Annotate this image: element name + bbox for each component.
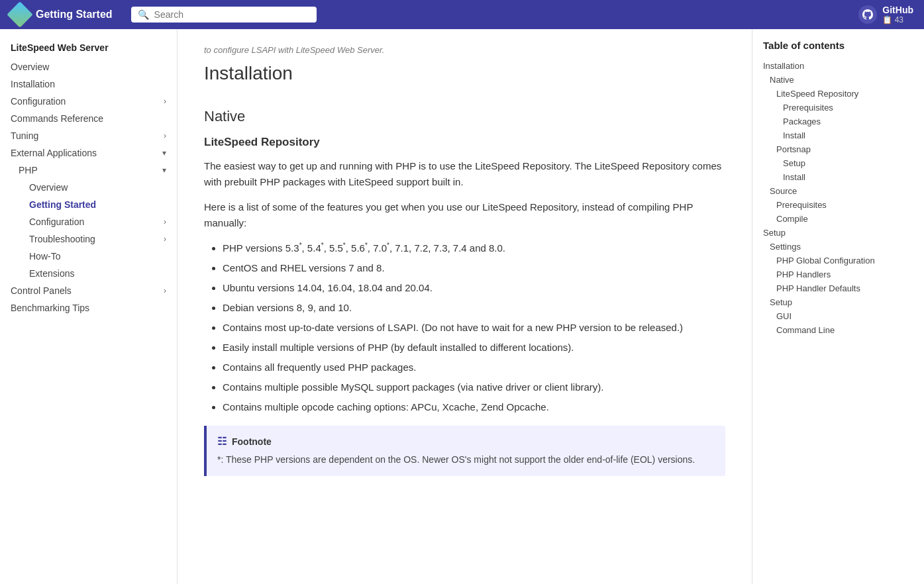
list-item: Ubuntu versions 14.04, 16.04, 18.04 and … — [223, 280, 725, 296]
logo-area: Getting Started — [11, 5, 113, 24]
list-item: Contains multiple possible MySQL support… — [223, 379, 725, 395]
sidebar-item-label: Extensions — [29, 268, 74, 279]
toc-item-install[interactable]: Install — [763, 170, 913, 184]
sidebar-item-control-panels[interactable]: Control Panels› — [0, 282, 177, 299]
toc-item-setup[interactable]: Setup — [763, 226, 913, 240]
sidebar-item-label: Configuration — [29, 217, 84, 227]
list-item: Contains multiple opcode caching options… — [223, 399, 725, 415]
sidebar-item-label: PHP — [19, 165, 38, 175]
app-title: Getting Started — [36, 9, 113, 21]
github-count: 📋 43 — [882, 15, 913, 24]
sidebar-item-label: Overview — [29, 182, 68, 193]
feature-list: PHP versions 5.3*, 5.4*, 5.5*, 5.6*, 7.0… — [204, 240, 725, 415]
github-logo-icon — [858, 5, 877, 24]
toc-item-source[interactable]: Source — [763, 184, 913, 198]
sidebar-item-label: Tuning — [11, 130, 38, 141]
layout: LiteSpeed Web Server OverviewInstallatio… — [0, 29, 924, 584]
page-title: Installation — [204, 63, 725, 92]
footnote-title: ☷ Footnote — [217, 435, 715, 448]
sidebar-item-label: Troubleshooting — [29, 234, 95, 244]
toc-item-packages[interactable]: Packages — [763, 115, 913, 128]
toc-item-prerequisites[interactable]: Prerequisites — [763, 198, 913, 212]
github-area[interactable]: GitHub 📋 43 — [858, 5, 913, 24]
sidebar-item-label: Control Panels — [11, 285, 72, 296]
sidebar: LiteSpeed Web Server OverviewInstallatio… — [0, 29, 178, 584]
toc-item-setup[interactable]: Setup — [763, 295, 913, 309]
toc-item-portsnap[interactable]: Portsnap — [763, 142, 913, 156]
subsection-litespeed: LiteSpeed Repository — [204, 136, 725, 149]
toc-item-command-line[interactable]: Command Line — [763, 323, 913, 337]
sidebar-item-getting-started[interactable]: Getting Started — [0, 196, 177, 213]
search-input[interactable] — [154, 9, 310, 20]
table-of-contents: Table of contents InstallationNativeLite… — [752, 29, 924, 584]
toc-item-php-handlers[interactable]: PHP Handlers — [763, 268, 913, 281]
sidebar-item-label: Getting Started — [29, 199, 96, 210]
chevron-icon: › — [164, 97, 166, 106]
sidebar-item-commands-reference[interactable]: Commands Reference — [0, 110, 177, 127]
list-item: PHP versions 5.3*, 5.4*, 5.5*, 5.6*, 7.0… — [223, 240, 725, 256]
toc-item-setup[interactable]: Setup — [763, 156, 913, 170]
para2: Here is a list of some of the features y… — [204, 199, 725, 231]
toc-item-settings[interactable]: Settings — [763, 240, 913, 254]
sidebar-item-label: External Applications — [11, 148, 97, 158]
toc-items-container: InstallationNativeLiteSpeed RepositoryPr… — [763, 59, 913, 337]
sidebar-item-overview[interactable]: Overview — [0, 58, 177, 75]
sidebar-item-label: Commands Reference — [11, 113, 103, 124]
chevron-icon: ▾ — [162, 166, 166, 175]
toc-item-litespeed-repository[interactable]: LiteSpeed Repository — [763, 87, 913, 101]
main-content: to configure LSAPI with LiteSpeed Web Se… — [178, 29, 752, 584]
toc-item-prerequisites[interactable]: Prerequisites — [763, 101, 913, 115]
para1: The easiest way to get up and running wi… — [204, 158, 725, 190]
sidebar-item-how-to[interactable]: How-To — [0, 248, 177, 265]
sidebar-item-installation[interactable]: Installation — [0, 75, 177, 93]
toc-item-native[interactable]: Native — [763, 73, 913, 87]
toc-item-installation[interactable]: Installation — [763, 59, 913, 73]
chevron-icon: › — [164, 234, 166, 244]
sidebar-item-overview[interactable]: Overview — [0, 179, 177, 196]
sidebar-item-benchmarking-tips[interactable]: Benchmarking Tips — [0, 299, 177, 316]
sidebar-item-configuration[interactable]: Configuration› — [0, 213, 177, 230]
list-item: CentOS and RHEL versions 7 and 8. — [223, 260, 725, 276]
list-item: Contains most up-to-date versions of LSA… — [223, 320, 725, 336]
chevron-icon: › — [164, 131, 166, 140]
toc-item-php-global-configuration[interactable]: PHP Global Configuration — [763, 254, 913, 268]
footnote-text: *: These PHP versions are dependent on t… — [217, 453, 715, 467]
sidebar-item-troubleshooting[interactable]: Troubleshooting› — [0, 230, 177, 248]
toc-item-gui[interactable]: GUI — [763, 309, 913, 323]
logo-icon — [7, 1, 33, 28]
sidebar-item-label: How-To — [29, 251, 60, 262]
search-bar[interactable]: 🔍 — [131, 7, 317, 23]
header: Getting Started 🔍 GitHub 📋 43 — [0, 0, 924, 29]
sidebar-item-label: Overview — [11, 62, 49, 72]
sidebar-items-container: OverviewInstallationConfiguration›Comman… — [0, 58, 177, 316]
scroll-hint: to configure LSAPI with LiteSpeed Web Se… — [204, 45, 725, 55]
sidebar-item-label: Configuration — [11, 96, 66, 107]
chevron-icon: › — [164, 286, 166, 295]
chevron-icon: ▾ — [162, 148, 166, 158]
sidebar-item-configuration[interactable]: Configuration› — [0, 93, 177, 110]
footnote-box: ☷ Footnote *: These PHP versions are dep… — [204, 426, 725, 476]
footnote-icon: ☷ — [217, 435, 227, 448]
github-info: GitHub 📋 43 — [882, 5, 913, 24]
section-native: Native — [204, 108, 725, 125]
search-icon: 🔍 — [138, 9, 149, 20]
sidebar-item-label: Benchmarking Tips — [11, 303, 89, 313]
sidebar-item-extensions[interactable]: Extensions — [0, 265, 177, 282]
list-item: Easily install multiple versions of PHP … — [223, 340, 725, 356]
sidebar-item-external-applications[interactable]: External Applications▾ — [0, 144, 177, 162]
sidebar-section-title: LiteSpeed Web Server — [0, 40, 177, 58]
chevron-icon: › — [164, 217, 166, 226]
sidebar-item-tuning[interactable]: Tuning› — [0, 127, 177, 144]
sidebar-item-label: Installation — [11, 79, 55, 89]
list-item: Debian versions 8, 9, and 10. — [223, 300, 725, 316]
list-item: Contains all frequently used PHP package… — [223, 360, 725, 375]
github-label: GitHub — [882, 5, 913, 15]
toc-item-install[interactable]: Install — [763, 128, 913, 142]
toc-item-compile[interactable]: Compile — [763, 212, 913, 226]
toc-title: Table of contents — [763, 40, 913, 51]
toc-item-php-handler-defaults[interactable]: PHP Handler Defaults — [763, 281, 913, 295]
sidebar-item-php[interactable]: PHP▾ — [0, 162, 177, 179]
